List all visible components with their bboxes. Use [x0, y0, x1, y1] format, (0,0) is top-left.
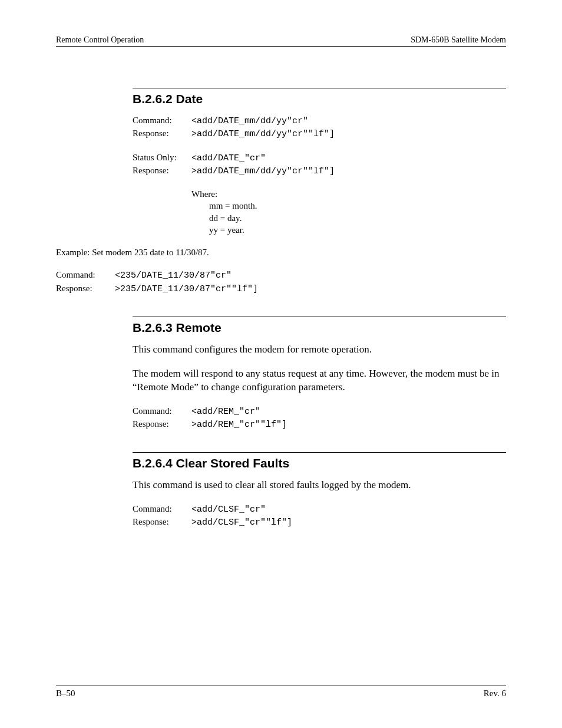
page-number: B–50	[56, 689, 75, 699]
section-rule-remote	[133, 317, 506, 317]
cmd-row: Response: >add/DATE_mm/dd/yy"cr""lf"]	[133, 164, 506, 177]
footer: B–50 Rev. 6	[56, 686, 506, 699]
cmd-code: <add/CLSF_"cr"	[191, 504, 266, 516]
cmd-row: Response: >add/CLSF_"cr""lf"]	[133, 516, 506, 529]
where-item: yy = year.	[209, 224, 506, 236]
cmd-label: Command:	[56, 269, 115, 281]
where-item: dd = day.	[209, 212, 506, 224]
cmd-code: >add/DATE_mm/dd/yy"cr""lf"]	[191, 166, 335, 177]
cmd-code: <235/DATE_11/30/87"cr"	[115, 270, 232, 282]
cmd-row: Response: >235/DATE_11/30/87"cr""lf"]	[56, 282, 506, 295]
remote-para-1: This command configures the modem for re…	[133, 343, 506, 357]
page: Remote Control Operation SDM-650B Satell…	[0, 0, 562, 728]
date-cmd-block-3: Command: <235/DATE_11/30/87"cr" Response…	[56, 269, 506, 295]
cmd-code: >add/CLSF_"cr""lf"]	[191, 517, 292, 529]
remote-cmd-block: Command: <add/REM_"cr" Response: >add/RE…	[133, 405, 506, 431]
where-title: Where:	[191, 188, 506, 200]
section-rule-date	[133, 88, 506, 88]
revision: Rev. 6	[484, 689, 506, 699]
header-right: SDM-650B Satellite Modem	[411, 35, 506, 45]
cmd-label: Response:	[133, 516, 191, 528]
cmd-row: Command: <235/DATE_11/30/87"cr"	[56, 269, 506, 282]
cmd-label: Response:	[133, 127, 191, 139]
cmd-code: >add/DATE_mm/dd/yy"cr""lf"]	[191, 129, 335, 140]
footer-row: B–50 Rev. 6	[56, 689, 506, 699]
cmd-code: >add/REM_"cr""lf"]	[191, 419, 287, 431]
cmd-label: Command:	[133, 114, 191, 126]
heading-clsf: B.2.6.4 Clear Stored Faults	[133, 456, 506, 470]
cmd-label: Command:	[133, 405, 191, 417]
cmd-row: Command: <add/CLSF_"cr"	[133, 503, 506, 516]
date-cmd-block-1: Command: <add/DATE_mm/dd/yy"cr" Response…	[133, 114, 506, 141]
cmd-code: <add/DATE_mm/dd/yy"cr"	[191, 116, 308, 127]
date-example: Example: Set modem 235 date to 11/30/87.	[56, 246, 506, 258]
cmd-row: Response: >add/REM_"cr""lf"]	[133, 418, 506, 431]
content-area: B.2.6.2 Date Command: <add/DATE_mm/dd/yy…	[133, 88, 506, 529]
cmd-label: Command:	[133, 503, 191, 515]
heading-date: B.2.6.2 Date	[133, 92, 506, 106]
clsf-para-1: This command is used to clear all stored…	[133, 479, 506, 492]
cmd-code: <add/REM_"cr"	[191, 406, 260, 418]
cmd-label: Status Only:	[133, 151, 191, 163]
where-item: mm = month.	[209, 200, 506, 212]
cmd-row: Response: >add/DATE_mm/dd/yy"cr""lf"]	[133, 127, 506, 140]
cmd-row: Status Only: <add/DATE_"cr"	[133, 151, 506, 164]
cmd-label: Response:	[56, 282, 115, 294]
footer-rule	[56, 686, 506, 686]
cmd-label: Response:	[133, 418, 191, 430]
where-block: Where: mm = month. dd = day. yy = year.	[191, 188, 506, 236]
running-header: Remote Control Operation SDM-650B Satell…	[56, 35, 506, 45]
cmd-row: Command: <add/DATE_mm/dd/yy"cr"	[133, 114, 506, 127]
heading-remote: B.2.6.3 Remote	[133, 321, 506, 335]
clsf-cmd-block: Command: <add/CLSF_"cr" Response: >add/C…	[133, 503, 506, 529]
cmd-row: Command: <add/REM_"cr"	[133, 405, 506, 418]
cmd-label: Response:	[133, 164, 191, 176]
cmd-code: <add/DATE_"cr"	[191, 153, 266, 164]
header-left: Remote Control Operation	[56, 35, 144, 45]
date-cmd-block-2: Status Only: <add/DATE_"cr" Response: >a…	[133, 151, 506, 178]
cmd-code: >235/DATE_11/30/87"cr""lf"]	[115, 284, 258, 295]
remote-para-2: The modem will respond to any status req…	[133, 367, 506, 394]
section-rule-clsf	[133, 452, 506, 453]
header-rule	[56, 46, 506, 47]
